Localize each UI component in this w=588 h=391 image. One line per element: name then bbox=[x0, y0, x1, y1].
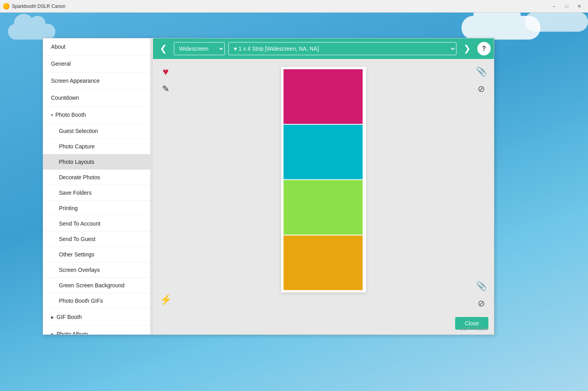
sidebar-subitem-send-to-account[interactable]: Send To Account bbox=[43, 216, 150, 232]
next-icon: ❯ bbox=[463, 44, 471, 54]
photo-cell-cell2 bbox=[284, 125, 363, 179]
content-area: ❮ Widescreen4x65x7Square ♥ 1 x 4 Strip [… bbox=[153, 38, 494, 334]
app-icon bbox=[3, 3, 9, 9]
window-close-button[interactable]: ✕ bbox=[574, 1, 585, 12]
sidebar-subitem-printing[interactable]: Printing bbox=[43, 201, 150, 216]
sidebar-item-gif-booth[interactable]: ▶GIF Booth bbox=[43, 309, 150, 326]
right-icons-top: 📎 ⊘ bbox=[474, 65, 488, 96]
ban-icon-bottom: ⊘ bbox=[478, 298, 485, 309]
photo-cell-cell4 bbox=[284, 235, 363, 290]
left-icons: ♥ ✎ bbox=[159, 65, 173, 96]
attach-button-top[interactable]: 📎 bbox=[474, 65, 488, 79]
edit-icon: ✎ bbox=[162, 84, 169, 94]
lightning-icon: ⚡ bbox=[159, 294, 172, 306]
prev-button[interactable]: ❮ bbox=[156, 42, 170, 56]
titlebar-title: Sparkbooth DSLR Canon bbox=[12, 4, 548, 9]
sidebar-item-countdown[interactable]: Countdown bbox=[43, 89, 150, 106]
help-button[interactable]: ? bbox=[477, 42, 491, 55]
sidebar-item-label-gif-booth: GIF Booth bbox=[57, 314, 82, 320]
right-icons-bottom: 📎 ⊘ bbox=[474, 279, 488, 311]
layout-select[interactable]: ♥ 1 x 4 Strip [Widescreen, NA, NA]2 x 2 … bbox=[228, 42, 457, 55]
ban-button-top[interactable]: ⊘ bbox=[474, 82, 488, 96]
sidebar-item-label-about: About bbox=[51, 44, 66, 50]
sidebar-subitem-other-settings[interactable]: Other Settings bbox=[43, 247, 150, 262]
photo-cell-cell1 bbox=[284, 69, 363, 124]
titlebar-controls: – □ ✕ bbox=[548, 1, 585, 12]
format-select[interactable]: Widescreen4x65x7Square bbox=[174, 42, 225, 55]
photo-cell-cell3 bbox=[284, 180, 363, 235]
sidebar-subitem-green-screen-background[interactable]: Green Screen Background bbox=[43, 278, 150, 293]
next-button[interactable]: ❯ bbox=[460, 42, 474, 56]
sidebar-item-label-countdown: Countdown bbox=[51, 95, 79, 101]
sidebar-item-label-screen-appearance: Screen Appearance bbox=[51, 78, 100, 84]
sidebar-item-label-photo-album: Photo Album bbox=[57, 331, 88, 334]
sidebar-subitem-photo-capture[interactable]: Photo Capture bbox=[43, 139, 150, 154]
lightning-container: ⚡ bbox=[159, 292, 173, 307]
sidebar: AboutGeneralScreen AppearanceCountdown▾P… bbox=[43, 38, 151, 334]
sidebar-subitem-save-folders[interactable]: Save Folders bbox=[43, 185, 150, 201]
minimize-button[interactable]: – bbox=[548, 1, 560, 12]
favorite-button[interactable]: ♥ bbox=[159, 65, 173, 79]
sidebar-item-screen-appearance[interactable]: Screen Appearance bbox=[43, 72, 150, 89]
main-window: AboutGeneralScreen AppearanceCountdown▾P… bbox=[43, 38, 494, 335]
sidebar-item-photo-album[interactable]: ▶Photo Album bbox=[43, 326, 150, 334]
sidebar-subitem-photo-layouts[interactable]: Photo Layouts bbox=[43, 154, 150, 170]
ban-button-bottom[interactable]: ⊘ bbox=[474, 296, 488, 311]
sidebar-subitem-guest-selection[interactable]: Guest Selection bbox=[43, 123, 150, 139]
lightning-button[interactable]: ⚡ bbox=[159, 292, 173, 307]
sidebar-item-label-general: General bbox=[51, 61, 71, 67]
sidebar-item-label-photo-booth: Photo Booth bbox=[55, 112, 86, 118]
sidebar-subitem-decorate-photos[interactable]: Decorate Photos bbox=[43, 170, 150, 185]
sidebar-subitem-photo-booth-gifs[interactable]: Photo Booth GIFs bbox=[43, 293, 150, 309]
heart-icon: ♥ bbox=[163, 66, 168, 78]
prev-icon: ❮ bbox=[160, 44, 167, 54]
photo-strip bbox=[281, 67, 366, 292]
canvas-area: ♥ ✎ 📎 ⊘ 📎 bbox=[153, 59, 494, 334]
watermark: SOFTPEDIA bbox=[460, 326, 488, 331]
sidebar-subitem-send-to-guest[interactable]: Send To Guest bbox=[43, 232, 150, 247]
clip-icon-bottom: 📎 bbox=[476, 281, 487, 291]
sidebar-item-general[interactable]: General bbox=[43, 55, 150, 72]
attach-button-bottom[interactable]: 📎 bbox=[474, 279, 488, 293]
maximize-button[interactable]: □ bbox=[561, 1, 572, 12]
sidebar-item-photo-booth[interactable]: ▾Photo Booth bbox=[43, 106, 150, 123]
clip-icon-top: 📎 bbox=[476, 66, 487, 77]
edit-button[interactable]: ✎ bbox=[159, 82, 173, 96]
toolbar: ❮ Widescreen4x65x7Square ♥ 1 x 4 Strip [… bbox=[153, 38, 494, 59]
sidebar-subitem-screen-overlays[interactable]: Screen Overlays bbox=[43, 262, 150, 278]
titlebar: Sparkbooth DSLR Canon – □ ✕ bbox=[0, 0, 588, 13]
sidebar-item-about[interactable]: About bbox=[43, 38, 150, 55]
help-icon: ? bbox=[482, 45, 486, 52]
ban-icon-top: ⊘ bbox=[478, 84, 485, 94]
